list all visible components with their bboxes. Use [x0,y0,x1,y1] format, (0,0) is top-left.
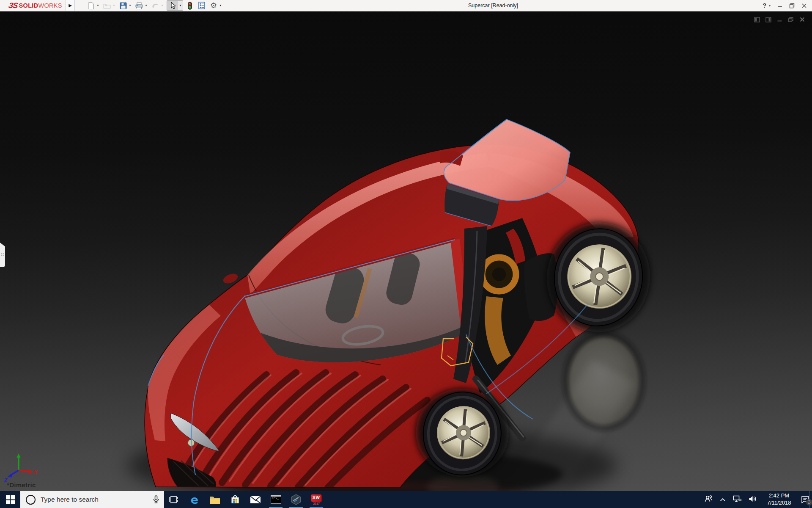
select-tool-button[interactable] [167,1,178,10]
clock-date: 7/11/2018 [764,500,794,507]
document-window-controls [754,17,805,22]
graphics-viewport[interactable]: X Z *Dimetric [0,11,812,491]
restore-document-button[interactable] [788,17,794,22]
windows-taskbar: Type here to search e C:\_ [0,491,812,508]
print-icon [135,2,143,9]
display-pane-left-button[interactable] [754,17,760,22]
undo-icon [151,2,159,9]
rebuild-traffic-light-icon [187,2,192,10]
dassault-logo-icon: ЗS [8,1,18,10]
solidworks-logo: ЗS SOLIDWORKS [8,0,62,11]
gear-icon: ⚙ [210,2,217,9]
cortana-icon [26,495,36,505]
task-view-button[interactable] [164,491,184,508]
save-icon [120,2,127,9]
select-caret[interactable]: ▼ [178,1,183,10]
tray-chevron-icon[interactable] [720,496,726,503]
save-button[interactable] [118,1,128,10]
open-icon [103,2,111,9]
undo-button[interactable] [151,1,160,10]
restore-icon [789,3,795,8]
people-icon[interactable] [704,495,713,504]
solidworks-2017-button[interactable]: SW 2017 [306,491,326,508]
triad-x-label: X [33,469,38,475]
help-caret[interactable]: ▾ [769,4,771,8]
new-document-icon [88,2,95,10]
store-button[interactable] [225,491,245,508]
close-icon [801,3,807,8]
microphone-icon[interactable] [152,495,160,505]
start-button[interactable] [0,491,20,508]
print-button[interactable] [134,1,144,10]
new-caret[interactable]: ▼ [96,4,100,7]
minimize-button[interactable] [777,3,782,8]
mail-icon [250,496,261,504]
mail-button[interactable] [245,491,266,508]
show-desktop-button[interactable] [809,491,812,508]
options-button[interactable]: ⚙ [209,1,218,10]
edge-icon: e [191,494,198,505]
solidworks-2017-icon: SW 2017 [311,494,321,505]
windows-logo-icon [6,495,15,504]
clock-time: 2:42 PM [764,492,794,500]
close-document-button[interactable] [799,17,805,22]
feature-pane-flyout-tab[interactable] [0,243,5,267]
minimize-document-button[interactable] [777,17,782,22]
print-caret[interactable]: ▼ [144,4,148,7]
display-pane-right-button[interactable] [765,17,771,22]
command-prompt-button[interactable]: C:\_ [266,491,286,508]
file-explorer-icon [209,495,220,504]
close-button[interactable] [801,3,807,8]
rebuild-button[interactable] [185,1,195,10]
command-prompt-icon: C:\_ [271,495,281,504]
file-explorer-button[interactable] [205,491,225,508]
open-button[interactable] [102,1,112,10]
taskbar-search-input[interactable]: Type here to search [20,491,164,508]
file-properties-icon [198,2,205,9]
taskbar-clock[interactable]: 2:42 PM 7/11/2018 [764,492,794,507]
network-icon[interactable] [733,495,741,504]
volume-icon[interactable] [749,495,757,504]
minimize-icon [777,3,782,8]
edge-button[interactable]: e [184,491,205,508]
new-document-button[interactable] [86,1,96,10]
app-titlebar: ЗS SOLIDWORKS ▶ ▼ ▼ ▼ ▼ ▼ [0,0,812,11]
save-caret[interactable]: ▼ [128,4,132,7]
help-button[interactable]: ? [763,2,766,9]
edrawings-icon [291,494,302,505]
window-controls: ? ▾ [763,0,807,11]
action-center-icon[interactable]: 3 [801,496,809,503]
task-view-icon [169,495,179,504]
pane-pin-icon [1,253,4,256]
flyout-arrow-icon: ▶ [69,3,72,8]
options-caret[interactable]: ▼ [218,4,223,7]
open-caret[interactable]: ▼ [112,4,116,7]
store-icon [230,494,240,505]
view-orientation-label: *Dimetric [7,481,36,489]
solidworks-window: ЗS SOLIDWORKS ▶ ▼ ▼ ▼ ▼ ▼ [0,0,812,508]
system-tray: 2:42 PM 7/11/2018 3 [704,491,809,508]
select-arrow-icon [169,2,176,9]
file-properties-button[interactable] [197,1,206,10]
document-title: Supercar [Read-only] [468,0,518,11]
taskbar-apps: e C:\_ SW 2017 [164,491,326,508]
menu-flyout-button[interactable]: ▶ [66,0,75,11]
car-model[interactable] [0,11,812,491]
edrawings-button[interactable] [286,491,306,508]
restore-button[interactable] [789,3,795,8]
undo-caret[interactable]: ▼ [160,4,165,7]
search-placeholder: Type here to search [41,496,99,503]
select-tool-group: ▼ [167,0,183,11]
quick-access-toolbar: ▼ ▼ ▼ ▼ ▼ ▼ [86,0,225,11]
